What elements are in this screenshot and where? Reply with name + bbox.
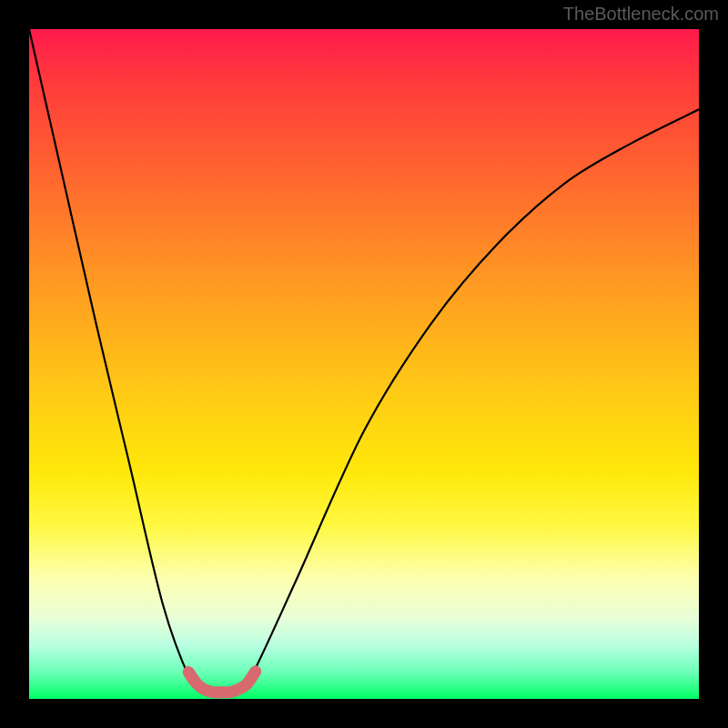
optimal-band xyxy=(188,672,256,693)
chart-area xyxy=(29,29,699,699)
curve-line xyxy=(29,29,699,693)
bottleneck-curve xyxy=(29,29,699,699)
watermark-text: TheBottleneck.com xyxy=(563,4,719,25)
